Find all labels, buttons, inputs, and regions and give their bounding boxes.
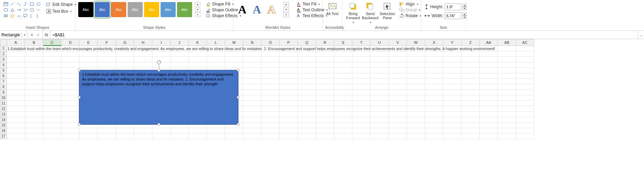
cell-J17[interactable] [171,134,189,139]
row-header-11[interactable]: 11 [0,101,7,106]
cell-N8[interactable] [243,84,261,90]
cell-AB14[interactable] [498,117,516,123]
cell-A3[interactable] [7,57,25,62]
cell-AA13[interactable] [480,112,498,117]
cell-Q10[interactable] [298,95,316,101]
cell-H3[interactable] [134,57,152,62]
cell-B7[interactable] [25,79,43,84]
send-backward-button[interactable]: Send Backward ▾ [362,1,378,25]
cell-AC17[interactable] [516,134,534,139]
row-header-3[interactable]: 3 [0,57,7,62]
cell-C3[interactable] [43,57,61,62]
cell-A15[interactable] [7,123,25,128]
cell-AC2[interactable] [516,51,534,57]
cell-X11[interactable] [425,101,443,106]
cell-Q5[interactable] [298,68,316,73]
cell-R7[interactable] [316,79,334,84]
cell-A2[interactable] [7,51,25,57]
cell-L17[interactable] [207,134,225,139]
cell-W15[interactable] [407,123,425,128]
cell-V6[interactable] [389,73,407,79]
column-header-R[interactable]: R [316,39,334,46]
cell-J16[interactable] [171,128,189,134]
cell-P7[interactable] [280,79,298,84]
cell-Z14[interactable] [461,117,480,123]
cell-V3[interactable] [389,57,407,62]
cell-P2[interactable] [280,51,298,57]
cell-C8[interactable] [43,84,61,90]
cell-T12[interactable] [352,106,371,112]
cell-R17[interactable] [316,134,334,139]
cell-O7[interactable] [261,79,280,84]
column-header-Q[interactable]: Q [298,39,316,46]
cell-T10[interactable] [352,95,371,101]
cell-Z9[interactable] [461,90,480,95]
column-header-P[interactable]: P [280,39,298,46]
column-header-AC[interactable]: AC [516,39,534,46]
column-header-K[interactable]: K [189,39,207,46]
cell-A6[interactable] [7,73,25,79]
cell-N9[interactable] [243,90,261,95]
cell-D15[interactable] [61,123,80,128]
cell-AC14[interactable] [516,117,534,123]
row-header-5[interactable]: 5 [0,68,7,73]
cell-Y7[interactable] [443,79,461,84]
column-header-N[interactable]: N [243,39,261,46]
cell-O16[interactable] [261,128,280,134]
cell-AB3[interactable] [498,57,516,62]
cell-V13[interactable] [389,112,407,117]
cell-P9[interactable] [280,90,298,95]
cell-D3[interactable] [61,57,80,62]
cell-Y17[interactable] [443,134,461,139]
cell-D8[interactable] [61,84,80,90]
cell-O11[interactable] [261,101,280,106]
cell-V12[interactable] [389,106,407,112]
cell-AC11[interactable] [516,101,534,106]
cell-Y6[interactable] [443,73,461,79]
cell-A1[interactable]: 1.Establish trust within the team which … [7,46,25,51]
cell-B3[interactable] [25,57,43,62]
column-header-L[interactable]: L [207,39,225,46]
cell-B17[interactable] [25,134,43,139]
cell-H16[interactable] [134,128,152,134]
cell-AA12[interactable] [480,106,498,112]
cell-V10[interactable] [389,95,407,101]
shape-curve-icon[interactable] [16,13,22,18]
cell-W11[interactable] [407,101,425,106]
cell-C11[interactable] [43,101,61,106]
cell-U8[interactable] [371,84,389,90]
cell-U10[interactable] [371,95,389,101]
cell-T16[interactable] [352,128,371,134]
cell-O5[interactable] [261,68,280,73]
cell-D7[interactable] [61,79,80,84]
cell-B15[interactable] [25,123,43,128]
shape-connector-icon[interactable] [22,1,28,7]
cell-AB8[interactable] [498,84,516,90]
cell-B5[interactable] [25,68,43,73]
cell-N4[interactable] [243,62,261,68]
cell-AA15[interactable] [480,123,498,128]
column-header-E[interactable]: E [80,39,98,46]
column-header-M[interactable]: M [225,39,243,46]
cell-U11[interactable] [371,101,389,106]
cell-A10[interactable] [7,95,25,101]
cell-S12[interactable] [334,106,352,112]
cell-V15[interactable] [389,123,407,128]
column-header-B[interactable]: B [25,39,43,46]
cell-P16[interactable] [280,128,298,134]
cell-E3[interactable] [80,57,98,62]
cell-P5[interactable] [280,68,298,73]
cell-Q7[interactable] [298,79,316,84]
cell-AB7[interactable] [498,79,516,84]
cell-A8[interactable] [7,84,25,90]
cell-R13[interactable] [316,112,334,117]
cell-V8[interactable] [389,84,407,90]
resize-handle-s[interactable] [157,123,160,126]
cell-C14[interactable] [43,117,61,123]
cell-X5[interactable] [425,68,443,73]
cell-AC13[interactable] [516,112,534,117]
cell-AA7[interactable] [480,79,498,84]
column-header-A[interactable]: A [7,39,25,46]
cell-U14[interactable] [371,117,389,123]
cell-R12[interactable] [316,106,334,112]
